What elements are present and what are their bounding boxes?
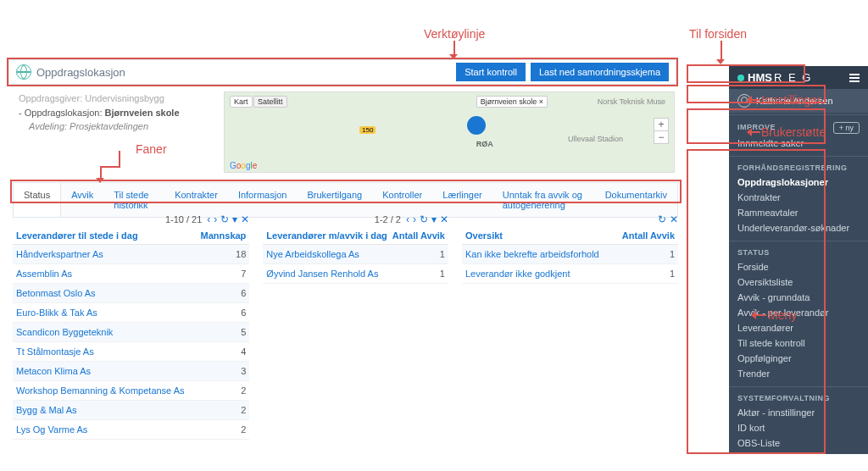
cell-value: 1	[670, 249, 675, 259]
sidebar-item[interactable]: Leverandører	[737, 320, 860, 335]
table-row[interactable]: Kan ikke bekrefte arbeidsforhold1	[462, 245, 678, 264]
cell-value: 1	[440, 269, 445, 279]
th-mannskap[interactable]: Mannskap	[201, 230, 247, 241]
table-row[interactable]: Metacon Klima As3	[13, 362, 249, 381]
table-row[interactable]: Euro-Blikk & Tak As6	[13, 303, 249, 323]
section-title: STATUS	[737, 248, 860, 259]
pager-next-icon[interactable]: ›	[214, 213, 217, 225]
section-title: SYSTEMFORVALTNING	[737, 394, 860, 405]
pager-next-icon[interactable]: ›	[413, 213, 416, 225]
tables-area: 1-10 / 21 ‹ › ↻ ▾ ✕ Leverandører til ste…	[13, 210, 678, 440]
map-poi-norsk: Norsk Teknisk Muse	[598, 97, 665, 106]
annotation-faner: Faner	[136, 142, 167, 156]
brand-dot-icon	[737, 75, 744, 81]
sidebar-item[interactable]: Til stede kontroll	[737, 335, 860, 351]
hamburger-icon[interactable]	[849, 74, 860, 82]
map-zoom-controls[interactable]: +−	[654, 118, 669, 144]
cell-name: Lys Og Varme As	[16, 424, 87, 435]
cell-value: 2	[241, 405, 246, 415]
ny-button[interactable]: + ny	[833, 122, 860, 134]
cell-name: Nye Arbeidskollega As	[266, 249, 359, 259]
sidebar-item[interactable]: Forside	[737, 259, 860, 274]
close-icon[interactable]: ✕	[241, 213, 249, 225]
filter-icon[interactable]: ▾	[232, 213, 237, 225]
table-leverandorer-avvik: 1-2 / 2 ‹ › ↻ ▾ ✕ Leverandører m/avvik i…	[263, 210, 448, 440]
sidebar-item[interactable]: Rammeavtaler	[737, 205, 860, 220]
table-row[interactable]: Lys Og Varme As2	[13, 420, 249, 440]
last-ned-skjema-button[interactable]: Last ned samordningsskjema	[531, 63, 669, 81]
sidebar-item[interactable]: Trender	[737, 366, 860, 381]
info-avdeling: Avdeling: Prosjektavdelingen	[29, 119, 180, 134]
table-leverandorer-tilstede: 1-10 / 21 ‹ › ↻ ▾ ✕ Leverandører til ste…	[13, 210, 249, 440]
info-block: Oppdragsgiver: Undervisningsbygg - Oppdr…	[19, 91, 180, 134]
table-row[interactable]: Nye Arbeidskollega As1	[263, 245, 448, 264]
th-leverandor-avvik[interactable]: Leverandører m/avvik i dag	[266, 230, 387, 241]
cell-value: 5	[241, 327, 246, 337]
sidebar-item[interactable]: Underleverandør-søknader	[737, 220, 860, 236]
user-name: Kathrine Andersen	[756, 96, 833, 106]
annotation-til-forsiden: Til forsiden	[689, 27, 747, 41]
sidebar-item[interactable]: ID kort	[737, 420, 860, 435]
map-pin-label: Bjørnveien skole ×	[476, 96, 548, 108]
sidebar-item[interactable]: Avvik - per leverandør	[737, 305, 860, 320]
table-row[interactable]: Betonmast Oslo As6	[13, 284, 249, 303]
cell-value: 4	[241, 346, 246, 357]
table-row[interactable]: Tt Stålmontasje As4	[13, 342, 249, 362]
close-icon[interactable]: ✕	[670, 213, 678, 225]
cell-name: Bygg & Mal As	[16, 405, 77, 415]
cell-value: 6	[241, 308, 246, 318]
table-row[interactable]: Bygg & Mal As2	[13, 401, 249, 420]
annotation-verktoylinje: Verktøylinje	[424, 27, 485, 41]
map-road-150: 150	[359, 126, 376, 134]
info-oppdragsgiver: Oppdragsgiver: Undervisningsbygg	[19, 91, 180, 106]
th-antall-avvik[interactable]: Antall Avvik	[622, 230, 675, 241]
cell-value: 6	[241, 288, 246, 298]
sidebar-item[interactable]: Oversiktsliste	[737, 274, 860, 290]
table-oversikt: ↻ ✕ OversiktAntall Avvik Kan ikke bekref…	[462, 210, 678, 440]
cell-value: 18	[236, 249, 246, 259]
cell-value: 2	[241, 424, 246, 435]
toolbar-title: Oppdragslokasjon	[36, 66, 125, 79]
map-pin-icon	[467, 116, 486, 135]
th-antall-avvik[interactable]: Antall Avvik	[392, 230, 445, 241]
sidebar-item[interactable]: Oppdragslokasjoner	[737, 175, 860, 190]
filter-icon[interactable]: ▾	[431, 213, 437, 225]
zoom-in-icon[interactable]: +	[654, 119, 668, 131]
map-type-satellitt[interactable]: Satellitt	[253, 96, 287, 108]
sidebar-item[interactable]: Avvik - grunndata	[737, 290, 860, 305]
table-row[interactable]: Workshop Bemanning & Kompetanse As2	[13, 381, 249, 401]
table-row[interactable]: Assemblin As7	[13, 264, 249, 284]
pager-count: 1-2 / 2	[375, 214, 401, 224]
sidebar-item[interactable]: OBS-Liste	[737, 435, 860, 451]
start-kontroll-button[interactable]: Start kontroll	[456, 63, 526, 81]
map-area-roa: RØA	[476, 140, 493, 148]
sidebar-item[interactable]: Kontrakter	[737, 190, 860, 205]
cell-name: Assemblin As	[16, 269, 72, 279]
pager-prev-icon[interactable]: ‹	[406, 213, 409, 225]
cell-name: Kan ikke bekrefte arbeidsforhold	[465, 249, 599, 259]
map-type-kart[interactable]: Kart	[230, 96, 253, 108]
zoom-out-icon[interactable]: −	[654, 131, 668, 143]
cell-name: Øyvind Jansen Renhold As	[266, 269, 378, 279]
section-title-improve: IMPROVE	[737, 123, 776, 134]
sidebar-item-innmeldte[interactable]: Innmeldte saker	[737, 136, 860, 151]
close-icon[interactable]: ✕	[440, 213, 448, 225]
table-row[interactable]: Håndverkspartner As18	[13, 245, 249, 264]
refresh-icon[interactable]: ↻	[420, 213, 428, 225]
table-row[interactable]: Leverandør ikke godkjent1	[462, 264, 678, 284]
cell-value: 7	[241, 269, 246, 279]
map[interactable]: Kart Satellitt Bjørnveien skole × Ulleva…	[224, 91, 675, 173]
table-row[interactable]: Øyvind Jansen Renhold As1	[263, 264, 448, 284]
info-oppdragslokasjon: - Oppdragslokasjon: Bjørnveien skole	[19, 106, 180, 120]
table-row[interactable]: Scandicon Byggeteknik5	[13, 323, 249, 342]
th-leverandor[interactable]: Leverandører til stede i dag	[16, 230, 138, 241]
refresh-icon[interactable]: ↻	[658, 213, 666, 225]
user-profile[interactable]: Kathrine Andersen	[729, 89, 868, 113]
th-oversikt[interactable]: Oversikt	[465, 230, 503, 241]
sidebar-item[interactable]: Oppfølginger	[737, 351, 860, 366]
sidebar-item[interactable]: Aktør - innstillinger	[737, 405, 860, 420]
brand-link[interactable]: HMSR E G	[729, 66, 868, 89]
pager-prev-icon[interactable]: ‹	[207, 213, 210, 225]
refresh-icon[interactable]: ↻	[220, 213, 229, 225]
cell-name: Metacon Klima As	[16, 366, 91, 376]
